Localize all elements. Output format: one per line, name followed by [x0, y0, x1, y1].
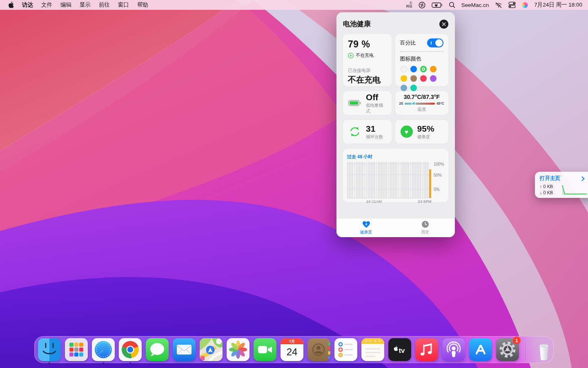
color-swatch-1[interactable] [410, 66, 417, 72]
menu-item-help[interactable]: 帮助 [133, 0, 152, 10]
calendar-icon: 7月 24 [281, 338, 303, 361]
search-icon[interactable] [449, 2, 455, 8]
dock-item-appstore[interactable] [469, 338, 492, 361]
dock-item-podcasts[interactable] [442, 338, 465, 361]
notes-icon [361, 338, 384, 361]
close-button[interactable] [439, 20, 448, 29]
calendar-day-text: 24 [287, 346, 298, 357]
dock-item-messages[interactable] [146, 338, 169, 361]
dock-item-launchpad[interactable] [65, 338, 88, 361]
color-swatch-8[interactable] [401, 85, 407, 91]
tab-history[interactable]: 历史 [396, 218, 455, 237]
cycle-count-value: 31 [366, 124, 375, 133]
color-swatch-7[interactable] [430, 75, 437, 82]
dock: 7月 24 [34, 336, 554, 363]
finder-icon [38, 338, 61, 361]
widget-title[interactable]: 打开主页 [540, 175, 560, 182]
color-swatch-0[interactable] [401, 66, 407, 72]
health-card: ♥ 95% 健康度 [395, 120, 448, 144]
dock-item-finder[interactable] [38, 338, 61, 361]
podcasts-icon [442, 338, 465, 361]
dock-item-chrome[interactable] [119, 338, 142, 361]
transfer-circle-icon[interactable] [419, 2, 425, 9]
launchpad-icon [65, 338, 88, 361]
tab-health[interactable]: 健康度 [336, 218, 396, 237]
menu-clock[interactable]: 7月24日 周一 18:00 [534, 1, 582, 9]
music-icon [415, 338, 438, 361]
tv-label-text: tv [399, 347, 405, 355]
charge-state-text: 不在充电 [356, 52, 374, 58]
control-center-icon[interactable] [508, 1, 516, 9]
dock-item-facetime[interactable] [254, 338, 276, 361]
dock-item-photos[interactable] [227, 338, 249, 361]
close-icon [442, 22, 446, 26]
color-swatch-6[interactable] [420, 75, 427, 82]
app-store-icon [469, 338, 492, 361]
dock-item-reminders[interactable] [334, 338, 357, 361]
temperature-gauge [405, 103, 435, 105]
chrome-icon [119, 338, 142, 361]
color-swatch-2[interactable] [420, 66, 427, 72]
chart-title: 过去 48 小时 [347, 154, 372, 159]
color-swatch-9[interactable] [410, 85, 417, 91]
dock-item-trash[interactable] [532, 338, 555, 361]
color-swatch-4[interactable] [401, 75, 407, 82]
menu-item-go[interactable]: 前往 [95, 0, 114, 10]
chart-current-bar [429, 169, 431, 198]
battery-plug-icon[interactable] [432, 2, 443, 8]
y-axis-label-100: 100% [434, 162, 444, 166]
siri-icon[interactable] [522, 2, 528, 8]
dock-item-settings[interactable]: 1 [496, 338, 519, 361]
menu-item-edit[interactable]: 编辑 [56, 0, 76, 10]
chevron-right-icon[interactable] [581, 176, 585, 181]
percent-toggle-label: 百分比 [400, 39, 416, 47]
dock-item-appletv[interactable]: tv [388, 338, 411, 361]
power-source-label: 已连接电源 [348, 67, 387, 74]
dock-item-contacts[interactable] [307, 338, 330, 361]
x-axis-label-end: 24·5PM [418, 199, 431, 204]
notification-badge: 1 [513, 337, 521, 344]
health-label: 健康度 [417, 134, 430, 140]
color-swatch-3[interactable] [430, 66, 437, 72]
temperature-marker [412, 102, 415, 105]
network-widget[interactable]: 打开主页 ↑ 0 KB ↓ 0 KB [535, 172, 588, 198]
contacts-icon [307, 338, 330, 361]
clock-icon [421, 220, 429, 228]
apple-menu[interactable] [7, 2, 18, 8]
dock-item-music[interactable] [415, 338, 438, 361]
menu-item-view[interactable]: 显示 [76, 0, 95, 10]
menu-item-window[interactable]: 窗口 [114, 0, 133, 10]
dock-item-notes[interactable] [361, 338, 384, 361]
menu-item-finder[interactable]: 访达 [18, 0, 37, 10]
x-axis-label-start: 24·11AM [366, 199, 382, 204]
menu-extra-seemac[interactable]: SeeMac.cn [461, 2, 489, 8]
tab-health-label: 健康度 [360, 229, 372, 235]
menu-bar: 访达 文件 编辑 显示 前往 窗口 帮助 无 网络 S [0, 0, 588, 10]
icon-color-label: 图标颜色 [400, 55, 443, 63]
temperature-label: 温度 [417, 107, 426, 112]
apple-tv-icon: tv [388, 338, 411, 361]
no-network-status[interactable]: 无 网络 [403, 2, 412, 8]
dock-item-safari[interactable] [92, 338, 115, 361]
menu-item-file[interactable]: 文件 [37, 0, 56, 10]
color-swatch-5[interactable] [410, 75, 417, 82]
temperature-min: 25 [399, 101, 403, 105]
dock-item-maps[interactable] [200, 338, 223, 361]
y-axis-label-0: 0% [434, 187, 439, 192]
dock-item-calendar[interactable]: 7月 24 [281, 338, 303, 361]
battery-health-window: 电池健康 79 % 不在充电 已连接电源 不在充电 百分比 [336, 12, 455, 237]
percent-toggle[interactable] [427, 38, 443, 47]
wifi-off-icon[interactable] [495, 2, 502, 8]
display-options-card: 百分比 图标颜色 [395, 34, 448, 86]
icon-color-swatches [400, 66, 443, 91]
window-title: 电池健康 [343, 19, 371, 29]
battery-percent-value: 79 % [348, 39, 387, 50]
dock-item-mail[interactable] [173, 338, 196, 361]
y-axis-label-50: 50% [434, 173, 442, 177]
apple-logo-icon [8, 2, 14, 8]
network-sparkline [562, 184, 587, 195]
battery-history-chart: 100% 50% 0% [347, 162, 444, 198]
power-source-value: 不在充电 [348, 74, 387, 85]
temperature-max: 45°C [437, 101, 444, 105]
battery-icon [348, 99, 361, 107]
